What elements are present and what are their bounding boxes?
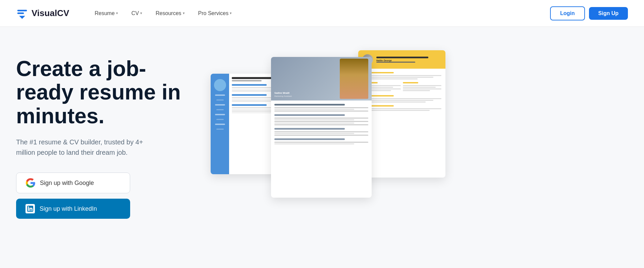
chevron-down-icon: ▾ — [230, 11, 232, 15]
navbar: VisualCV Resume ▾ CV ▾ Resources ▾ Pro S… — [0, 0, 644, 27]
svg-rect-0 — [17, 10, 27, 11]
google-icon — [26, 178, 35, 188]
resume-card-3-name: Hattie George — [376, 59, 441, 62]
nav-item-resume[interactable]: Resume ▾ — [89, 8, 123, 19]
resume-photo — [340, 59, 368, 99]
chevron-down-icon: ▾ — [140, 11, 142, 15]
hero-resume-cards: Sadine Mnalit Marketing Assistant — [211, 47, 628, 255]
avatar — [214, 79, 226, 91]
chevron-down-icon: ▾ — [116, 11, 118, 15]
logo[interactable]: VisualCV — [16, 7, 69, 19]
hero-title: Create a job-ready resume in minutes. — [16, 57, 191, 128]
svg-rect-1 — [17, 12, 24, 14]
login-button[interactable]: Login — [550, 6, 585, 20]
nav-item-cv[interactable]: CV ▾ — [126, 8, 148, 19]
hero-subtitle: The #1 resume & CV builder, trusted by 4… — [16, 137, 164, 158]
nav-item-pro-services[interactable]: Pro Services ▾ — [193, 8, 237, 19]
signup-button[interactable]: Sign Up — [589, 7, 628, 20]
resume-card-1-sidebar — [211, 74, 229, 174]
linkedin-btn-label: Sign up with LinkedIn — [40, 205, 97, 212]
google-btn-label: Sign up with Google — [40, 180, 94, 187]
logo-icon — [16, 7, 28, 19]
resume-card-2-header: Sadine Mnalit Marketing Assistant — [271, 57, 372, 100]
nav-item-resources[interactable]: Resources ▾ — [150, 8, 190, 19]
chevron-down-icon: ▾ — [183, 11, 185, 15]
svg-rect-4 — [28, 208, 29, 211]
linkedin-signup-button[interactable]: Sign up with LinkedIn — [16, 199, 130, 219]
nav-actions: Login Sign Up — [550, 6, 628, 20]
logo-text: VisualCV — [32, 8, 69, 18]
nav-links: Resume ▾ CV ▾ Resources ▾ Pro Services ▾ — [89, 8, 550, 19]
svg-point-5 — [28, 206, 29, 208]
hero-left: Create a job-ready resume in minutes. Th… — [16, 47, 191, 219]
resume-card-2-name: Sadine Mnalit — [274, 91, 292, 94]
google-signup-button[interactable]: Sign up with Google — [16, 173, 130, 193]
svg-marker-2 — [19, 16, 25, 19]
hero-section: Create a job-ready resume in minutes. Th… — [0, 27, 644, 268]
resume-card-2: Sadine Mnalit Marketing Assistant — [271, 57, 372, 198]
linkedin-icon — [25, 204, 35, 213]
